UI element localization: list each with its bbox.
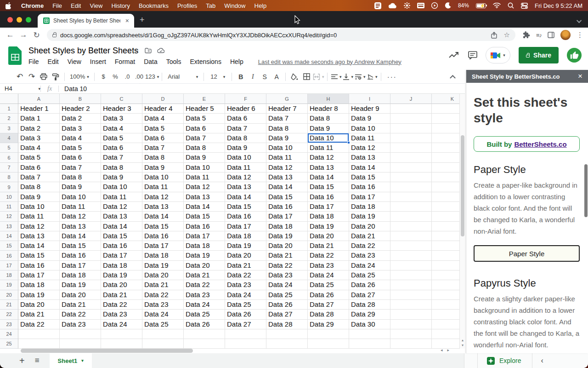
cell-A21[interactable]: Data 20	[18, 300, 60, 310]
cell-D6[interactable]: Data 8	[142, 153, 184, 162]
menubar-item-window[interactable]: Window	[224, 2, 245, 9]
sidebar-scrollbar[interactable]	[584, 84, 588, 353]
row-header-5[interactable]: 5	[0, 143, 18, 153]
collapse-toolbar-icon[interactable]	[450, 75, 456, 81]
cell-D9[interactable]: Data 11	[142, 182, 184, 192]
cell-G17[interactable]: Data 22	[266, 261, 308, 270]
scroll-up-icon[interactable]: ▴	[462, 338, 464, 342]
row-header-16[interactable]: 16	[0, 251, 18, 260]
cell-G11[interactable]: Data 16	[266, 202, 308, 212]
col-header-J[interactable]: J	[390, 94, 432, 104]
cell-A24[interactable]	[18, 329, 60, 339]
cell-J2[interactable]	[390, 114, 432, 123]
cell-I3[interactable]: Data 10	[349, 124, 390, 133]
cell-D25[interactable]	[142, 339, 184, 349]
menubar-item-view[interactable]: View	[90, 2, 102, 9]
cell-G10[interactable]: Data 15	[266, 192, 308, 202]
row-header-20[interactable]: 20	[0, 290, 18, 300]
cell-I8[interactable]: Data 15	[349, 172, 390, 182]
cell-B20[interactable]: Data 20	[60, 290, 101, 300]
cell-K17[interactable]	[432, 261, 459, 270]
cell-F23[interactable]: Data 27	[225, 320, 266, 329]
cell-F22[interactable]: Data 26	[225, 310, 266, 319]
minimize-window-button[interactable]	[17, 17, 22, 23]
cell-E25[interactable]	[184, 339, 225, 349]
cell-H15[interactable]: Data 21	[308, 241, 349, 251]
wifi-icon[interactable]	[493, 3, 501, 8]
meet-button[interactable]: ▾	[486, 47, 510, 63]
cell-K22[interactable]	[432, 310, 459, 319]
cell-C24[interactable]	[101, 329, 142, 339]
zoom-window-button[interactable]	[26, 17, 31, 23]
cell-B18[interactable]: Data 18	[60, 270, 101, 280]
cell-J12[interactable]	[390, 212, 432, 221]
cell-K21[interactable]	[432, 300, 459, 310]
cell-C14[interactable]: Data 15	[101, 231, 142, 241]
cell-F7[interactable]: Data 11	[225, 163, 266, 172]
cell-J5[interactable]	[390, 143, 432, 153]
forward-icon[interactable]: →	[18, 30, 29, 40]
app-menu-insert[interactable]: Insert	[90, 58, 106, 65]
cell-C20[interactable]: Data 21	[101, 290, 142, 300]
cell-G19[interactable]: Data 24	[266, 280, 308, 290]
cell-A15[interactable]: Data 14	[18, 241, 60, 251]
app-menu-data[interactable]: Data	[144, 58, 158, 65]
cell-H11[interactable]: Data 17	[308, 202, 349, 212]
merge-cells-button[interactable]: ▾	[312, 71, 324, 82]
cell-C6[interactable]: Data 7	[101, 153, 142, 162]
cell-K14[interactable]	[432, 231, 459, 241]
cell-E8[interactable]: Data 11	[184, 172, 225, 182]
cell-A16[interactable]: Data 15	[18, 251, 60, 260]
bettersheets-link[interactable]: BetterSheets.co	[514, 140, 566, 148]
cell-A23[interactable]: Data 22	[18, 320, 60, 329]
cell-D24[interactable]	[142, 329, 184, 339]
cell-K20[interactable]	[432, 290, 459, 300]
col-header-C[interactable]: C	[101, 94, 142, 104]
cell-B24[interactable]	[60, 329, 101, 339]
cell-J11[interactable]	[390, 202, 432, 212]
cell-J15[interactable]	[390, 241, 432, 251]
cell-B8[interactable]: Data 8	[60, 172, 101, 182]
cell-E14[interactable]: Data 17	[184, 231, 225, 241]
redo-button[interactable]: ↷	[26, 71, 38, 82]
cell-B22[interactable]: Data 22	[60, 310, 101, 319]
cell-J3[interactable]	[390, 124, 432, 133]
cell-B23[interactable]: Data 23	[60, 320, 101, 329]
print-button[interactable]	[38, 71, 50, 82]
fill-color-button[interactable]	[288, 71, 300, 82]
cell-H7[interactable]: Data 13	[308, 163, 349, 172]
sheet-tab-dropdown-icon[interactable]: ▾	[81, 358, 84, 363]
cell-K11[interactable]	[432, 202, 459, 212]
cell-K1[interactable]	[432, 104, 459, 114]
zoom-select[interactable]: 100%▾	[68, 71, 91, 82]
cell-B10[interactable]: Data 10	[60, 192, 101, 202]
menubar-item-history[interactable]: History	[111, 2, 130, 9]
italic-button[interactable]: I	[247, 71, 259, 82]
cell-C10[interactable]: Data 11	[101, 192, 142, 202]
vertical-align-button[interactable]: ▾	[342, 71, 354, 82]
gear-icon[interactable]	[404, 2, 410, 9]
row-header-24[interactable]: 24	[0, 329, 18, 339]
cell-F10[interactable]: Data 14	[225, 192, 266, 202]
cell-B3[interactable]: Data 3	[60, 124, 101, 133]
cell-G6[interactable]: Data 11	[266, 153, 308, 162]
cell-F16[interactable]: Data 20	[225, 251, 266, 260]
cell-G3[interactable]: Data 8	[266, 124, 308, 133]
cell-A9[interactable]: Data 8	[18, 182, 60, 192]
cell-I18[interactable]: Data 25	[349, 270, 390, 280]
last-edit-link[interactable]: Last edit was made seconds ago by Andrew…	[258, 58, 401, 65]
cell-J19[interactable]	[390, 280, 432, 290]
cell-J23[interactable]	[390, 320, 432, 329]
cell-J6[interactable]	[390, 153, 432, 162]
side-panel-icon[interactable]	[548, 32, 554, 38]
cell-H13[interactable]: Data 19	[308, 222, 349, 231]
cell-E20[interactable]: Data 23	[184, 290, 225, 300]
cell-F2[interactable]: Data 6	[225, 114, 266, 123]
row-header-3[interactable]: 3	[0, 124, 18, 133]
cell-D20[interactable]: Data 22	[142, 290, 184, 300]
cell-A17[interactable]: Data 16	[18, 261, 60, 270]
cell-B25[interactable]	[60, 339, 101, 349]
cell-H6[interactable]: Data 12	[308, 153, 349, 162]
cell-E21[interactable]: Data 24	[184, 300, 225, 310]
cell-B1[interactable]: Header 2	[60, 104, 101, 114]
